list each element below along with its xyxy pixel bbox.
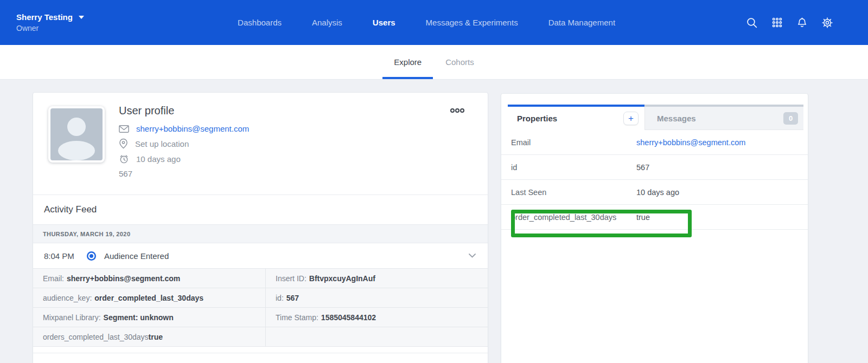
detail-cell: orders_completed_last_30daystrue — [33, 327, 266, 347]
workspace-switcher[interactable]: Sherry Testing Owner — [16, 12, 84, 33]
property-row-email: Email sherry+bobbins@segment.com — [501, 130, 808, 155]
header-icons — [746, 17, 833, 29]
explore-cohorts-tabbar: Explore Cohorts — [0, 45, 868, 80]
settings-gear-icon[interactable] — [821, 17, 833, 29]
add-property-button[interactable]: + — [623, 112, 639, 125]
envelope-icon — [119, 125, 136, 133]
notifications-bell-icon[interactable] — [796, 17, 808, 28]
chevron-down-icon — [79, 16, 84, 19]
detail-cell: Email:sherry+bobbins@segment.com — [33, 269, 266, 288]
property-email-link[interactable]: sherry+bobbins@segment.com — [636, 138, 745, 147]
detail-cell: id:567 — [266, 288, 488, 308]
tab-cohorts[interactable]: Cohorts — [433, 45, 486, 79]
ellipsis-menu-icon[interactable] — [450, 108, 465, 113]
avatar — [48, 106, 105, 163]
event-name: Audience Entered — [104, 251, 169, 261]
main-nav: Dashboards Analysis Users Messages & Exp… — [238, 0, 615, 45]
messages-count-badge: 0 — [783, 112, 798, 125]
detail-cell: Time Stamp:1585045844102 — [266, 308, 488, 327]
user-profile-card: User profile sherry+bobbins@segment.com … — [33, 92, 488, 363]
activity-event-row[interactable]: 8:04 PM Audience Entered — [33, 243, 488, 268]
activity-date-header: THURSDAY, MARCH 19, 2020 — [33, 224, 488, 243]
clock-icon — [119, 154, 136, 164]
detail-cell — [266, 327, 488, 347]
properties-panel: Properties + Messages 0 Email sherry+bob… — [501, 93, 808, 363]
nav-item-analysis[interactable]: Analysis — [312, 18, 342, 27]
profile-last-seen: 10 days ago — [136, 154, 181, 164]
search-icon[interactable] — [746, 17, 758, 29]
chevron-down-icon[interactable] — [469, 254, 476, 258]
workspace-name: Sherry Testing — [16, 12, 73, 22]
event-target-dot-icon — [90, 254, 93, 258]
tab-explore[interactable]: Explore — [382, 45, 433, 79]
feed-bottom-divider — [33, 347, 488, 353]
location-pin-icon — [119, 138, 135, 149]
page-title: User profile — [119, 105, 488, 117]
property-row-id: id 567 — [501, 155, 808, 180]
detail-cell: Insert ID:BftvpxcuyAgInAuf — [266, 269, 488, 288]
top-nav-bar: Sherry Testing Owner Dashboards Analysis… — [0, 0, 868, 45]
event-time: 8:04 PM — [44, 251, 83, 261]
event-details-table: Email:sherry+bobbins@segment.com Insert … — [33, 268, 488, 347]
activity-feed-title: Activity Feed — [33, 195, 488, 224]
profile-location[interactable]: Set up location — [135, 139, 189, 148]
tab-messages[interactable]: Messages 0 — [644, 105, 803, 130]
properties-messages-tabbar: Properties + Messages 0 — [508, 105, 803, 130]
nav-item-dashboards[interactable]: Dashboards — [238, 18, 282, 27]
profile-user-id: 567 — [119, 169, 488, 178]
tab-properties[interactable]: Properties + — [508, 105, 644, 130]
detail-cell: Mixpanel Library:Segment: unknown — [33, 308, 266, 327]
apps-grid-icon[interactable] — [771, 17, 783, 28]
nav-item-data-management[interactable]: Data Management — [548, 18, 615, 27]
property-row-last-seen: Last Seen 10 days ago — [501, 180, 808, 205]
property-row-order-completed: order_completed_last_30days true — [501, 205, 808, 230]
nav-item-users[interactable]: Users — [373, 18, 395, 27]
profile-email-link[interactable]: sherry+bobbins@segment.com — [136, 124, 249, 133]
nav-item-messages-experiments[interactable]: Messages & Experiments — [426, 18, 518, 27]
workspace-role: Owner — [16, 24, 84, 33]
detail-cell: audience_key:order_completed_last_30days — [33, 288, 266, 308]
profile-section: User profile sherry+bobbins@segment.com … — [33, 93, 488, 195]
